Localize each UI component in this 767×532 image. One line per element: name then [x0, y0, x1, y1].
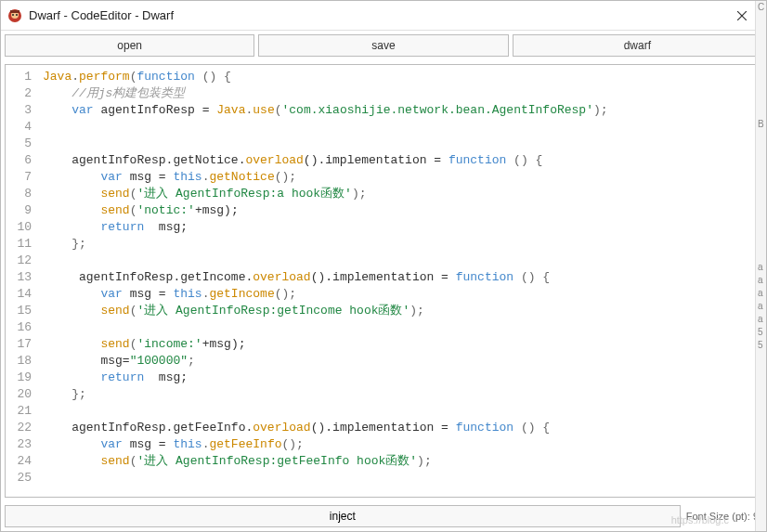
code-line[interactable]: var msg = this.getNotice(); — [43, 169, 608, 186]
code-line[interactable]: var msg = this.getIncome(); — [43, 286, 608, 303]
code-line[interactable]: agentInfoResp.getNotice.overload().imple… — [43, 152, 608, 169]
toolbar: open save dwarf — [1, 31, 766, 60]
code-line[interactable]: agentInfoResp.getFeeInfo.overload().impl… — [43, 420, 608, 436]
code-line[interactable]: send('income:'+msg); — [43, 336, 608, 353]
open-button[interactable]: open — [5, 34, 254, 57]
code-line[interactable]: //用js构建包装类型 — [43, 85, 608, 102]
code-line[interactable] — [43, 253, 608, 269]
code-line[interactable]: send('进入 AgentInfoResp:getIncome hook函数'… — [43, 303, 608, 319]
window-title: Dwarf - CodeEditor - Dwarf — [29, 8, 723, 22]
svg-rect-2 — [10, 10, 20, 13]
titlebar: Dwarf - CodeEditor - Dwarf — [1, 1, 766, 31]
code-line[interactable]: send('进入 AgentInfoResp:getFeeInfo hook函数… — [43, 453, 608, 470]
code-line[interactable]: agentInfoResp.getIncome.overload().imple… — [43, 269, 608, 286]
right-sidebar-fragment: C B aaaaa55 — [755, 1, 766, 531]
code-line[interactable] — [43, 403, 608, 420]
code-line[interactable]: send('进入 AgentInfoResp:a hook函数'); — [43, 186, 608, 202]
inject-button[interactable]: inject — [5, 505, 681, 527]
dwarf-button[interactable]: dwarf — [513, 34, 762, 57]
line-gutter: 1234567891011121314151617181920212223242… — [6, 65, 39, 490]
save-button[interactable]: save — [258, 34, 508, 57]
code-line[interactable]: return msg; — [43, 370, 608, 386]
code-body[interactable]: Java.perform(function () { //用js构建包装类型 v… — [39, 65, 616, 490]
dwarf-app-icon — [6, 7, 23, 24]
code-line[interactable]: var agentInfoResp = Java.use('com.xiaosh… — [43, 102, 608, 119]
code-line[interactable]: }; — [43, 386, 608, 403]
code-line[interactable]: msg="100000"; — [43, 353, 608, 370]
code-line[interactable] — [43, 136, 608, 152]
code-line[interactable]: Java.perform(function () { — [43, 69, 608, 85]
bottom-bar: inject Font Size (pt): 9 — [1, 501, 766, 531]
code-line[interactable]: return msg; — [43, 219, 608, 236]
code-line[interactable] — [43, 119, 608, 136]
code-line[interactable]: var msg = this.getFeeInfo(); — [43, 436, 608, 453]
code-line[interactable] — [43, 319, 608, 336]
code-line[interactable]: }; — [43, 236, 608, 253]
code-line[interactable] — [43, 470, 608, 487]
code-line[interactable]: send('notic:'+msg); — [43, 202, 608, 219]
font-size-label: Font Size (pt): 9 — [686, 511, 762, 522]
code-editor[interactable]: 1234567891011121314151617181920212223242… — [5, 64, 762, 498]
editor-window: Dwarf - CodeEditor - Dwarf open save dwa… — [0, 0, 767, 532]
svg-point-4 — [16, 14, 18, 16]
svg-point-3 — [12, 14, 14, 16]
